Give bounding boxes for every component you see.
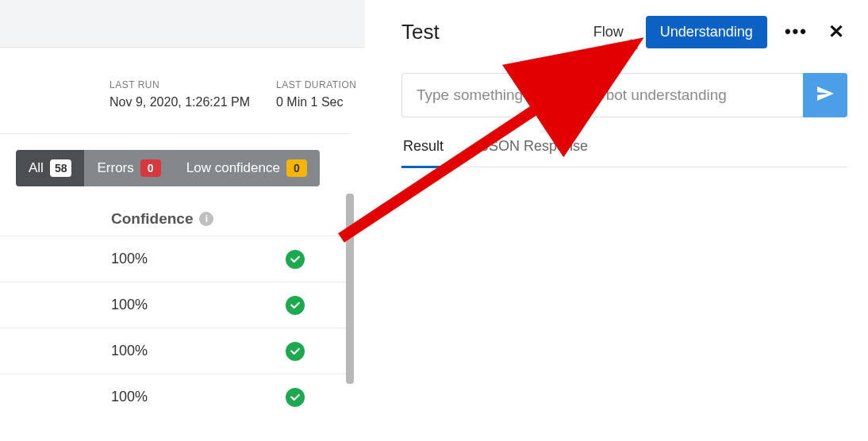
test-utterance-input[interactable] — [401, 73, 803, 117]
test-panel-title: Test — [401, 20, 571, 44]
confidence-value: 100% — [111, 297, 286, 313]
send-button[interactable] — [803, 73, 847, 117]
info-icon[interactable]: i — [199, 212, 213, 226]
mode-flow-tab[interactable]: Flow — [586, 19, 632, 45]
results-card: All 58 Errors 0 Low confidence 0 Confide… — [0, 133, 349, 420]
filter-errors-count-badge: 0 — [140, 159, 161, 177]
filter-lowconf-label: Low confidence — [186, 160, 280, 176]
scrollbar-thumb[interactable] — [346, 194, 354, 384]
confidence-value: 100% — [111, 389, 286, 405]
check-icon — [286, 342, 305, 361]
mode-understanding-tab[interactable]: Understanding — [646, 16, 767, 48]
last-duration-value: 0 Min 1 Sec — [276, 95, 356, 109]
left-panel: LAST RUN Nov 9, 2020, 1:26:21 PM LAST DU… — [0, 0, 365, 441]
filter-tabs: All 58 Errors 0 Low confidence 0 — [16, 150, 320, 186]
check-icon — [286, 250, 305, 269]
last-duration-block: LAST DURATION 0 Min 1 Sec — [276, 79, 356, 109]
close-icon[interactable]: ✕ — [825, 17, 847, 46]
filter-errors-label: Errors — [97, 160, 133, 176]
last-run-label: LAST RUN — [109, 79, 276, 90]
filter-errors-tab[interactable]: Errors 0 — [84, 150, 173, 186]
table-row[interactable]: 100% — [0, 282, 349, 328]
confidence-header-text: Confidence — [111, 210, 193, 228]
result-tabs: Result JSON Response — [401, 138, 847, 167]
last-run-block: LAST RUN Nov 9, 2020, 1:26:21 PM — [109, 79, 276, 109]
table-row[interactable]: 100% — [0, 374, 349, 420]
run-metadata: LAST RUN Nov 9, 2020, 1:26:21 PM LAST DU… — [0, 48, 365, 133]
test-input-row — [401, 73, 847, 117]
table-row[interactable]: 100% — [0, 236, 349, 282]
filter-all-count-badge: 58 — [50, 159, 72, 177]
more-icon[interactable]: ••• — [782, 18, 811, 45]
last-duration-label: LAST DURATION — [276, 79, 356, 90]
table-row[interactable]: 100% — [0, 328, 349, 374]
check-icon — [286, 388, 305, 407]
filter-all-label: All — [29, 160, 44, 176]
filter-lowconf-count-badge: 0 — [286, 159, 307, 177]
test-panel: Test Flow Understanding ••• ✕ Result JSO… — [376, 0, 868, 441]
confidence-value: 100% — [111, 343, 286, 359]
tab-json-response[interactable]: JSON Response — [480, 138, 590, 167]
left-header-background — [0, 0, 365, 48]
filter-all-tab[interactable]: All 58 — [16, 150, 84, 186]
send-icon — [816, 84, 835, 106]
confidence-value: 100% — [111, 251, 286, 267]
last-run-value: Nov 9, 2020, 1:26:21 PM — [109, 95, 276, 109]
check-icon — [286, 296, 305, 315]
tab-result[interactable]: Result — [401, 138, 445, 168]
filter-lowconf-tab[interactable]: Low confidence 0 — [174, 150, 320, 186]
confidence-column-header: Confidence i — [111, 210, 349, 228]
test-panel-header: Test Flow Understanding ••• ✕ — [401, 14, 847, 49]
